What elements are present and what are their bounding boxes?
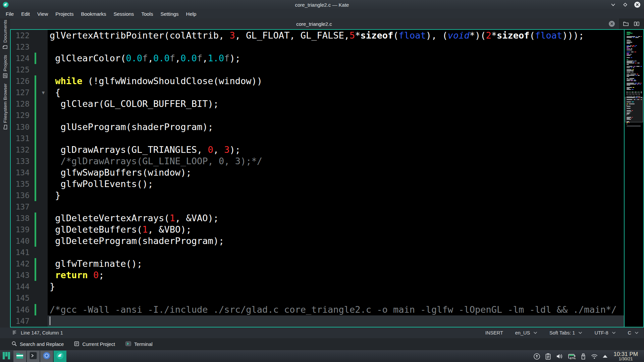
menu-item-view[interactable]: View xyxy=(34,9,52,18)
code-line[interactable]: 128 glClear(GL_COLOR_BUFFER_BIT); xyxy=(11,98,624,110)
code-line[interactable]: 127▾ { xyxy=(11,87,624,98)
code-text[interactable] xyxy=(48,133,624,144)
wifi-icon[interactable] xyxy=(591,353,598,359)
code-text[interactable] xyxy=(48,64,624,75)
code-line[interactable]: 136 } xyxy=(11,190,624,201)
expand-tray-icon[interactable] xyxy=(603,355,607,358)
status-insert[interactable]: INSERT xyxy=(485,330,503,336)
code-line[interactable]: 140 glDeleteProgram(shaderProgram); xyxy=(11,235,624,247)
taskbar-app-manjaro-menu[interactable] xyxy=(0,351,13,362)
split-view-icon[interactable] xyxy=(633,20,641,28)
fold-marker[interactable]: ▾ xyxy=(39,87,48,98)
code-line[interactable]: 143 return 0; xyxy=(11,269,624,281)
code-line[interactable]: 139 glDeleteBuffers(1, &VBO); xyxy=(11,224,624,235)
menu-item-edit[interactable]: Edit xyxy=(17,9,34,18)
menu-item-sessions[interactable]: Sessions xyxy=(110,9,138,18)
code-line[interactable]: 144} xyxy=(11,281,624,292)
code-text[interactable]: } xyxy=(48,190,624,201)
code-line[interactable]: 145 xyxy=(11,292,624,304)
code-line[interactable]: 123 xyxy=(11,41,624,53)
tab-close-icon[interactable]: ✕ xyxy=(609,21,615,27)
sidebar-item-documents[interactable]: Documents xyxy=(3,20,8,50)
code-line[interactable]: 135 glfwPollEvents(); xyxy=(11,178,624,190)
toolbar-search-and-replace[interactable]: Search and Replace xyxy=(11,341,64,348)
code-line[interactable]: 122glVertexAttribPointer(colAttrib, 3, G… xyxy=(11,30,624,41)
code-text[interactable]: glDrawArrays(GL_TRIANGLES, 0, 3); xyxy=(48,144,624,156)
usb-icon[interactable] xyxy=(581,353,586,360)
code-text[interactable]: /*gcc -Wall -ansi -I./include ./src/glad… xyxy=(48,304,624,315)
sidebar-item-filesystem-browser[interactable]: Filesystem Browser xyxy=(3,83,8,129)
volume-icon[interactable] xyxy=(556,353,563,360)
maximize-icon[interactable] xyxy=(622,1,629,8)
code-text[interactable]: glDeleteBuffers(1, &VBO); xyxy=(48,224,624,235)
code-line[interactable]: 134 glfwSwapBuffers(window); xyxy=(11,167,624,178)
status-en_us[interactable]: en_US xyxy=(515,330,537,336)
toolbar-current-project[interactable]: Current Project xyxy=(74,341,115,348)
code-text[interactable]: glDeleteProgram(shaderProgram); xyxy=(48,235,624,247)
code-line[interactable]: 138 glDeleteVertexArrays(1, &VAO); xyxy=(11,213,624,224)
code-line[interactable]: 137 xyxy=(11,201,624,213)
code-text[interactable] xyxy=(48,315,624,327)
code-area[interactable]: 122glVertexAttribPointer(colAttrib, 3, G… xyxy=(11,30,624,327)
minimap-segment xyxy=(627,50,632,50)
menu-item-projects[interactable]: Projects xyxy=(52,9,77,18)
code-line[interactable]: 141 xyxy=(11,247,624,258)
clock-date: 1/30/21 xyxy=(619,357,633,361)
clock[interactable]: 10:31 PM 1/30/21 xyxy=(612,351,641,362)
code-text[interactable]: glClearColor(0.0f,0.0f,0.0f,1.0f); xyxy=(48,53,624,64)
code-text[interactable] xyxy=(48,292,624,304)
code-text[interactable]: /*glDrawArrays(GL_LINE_LOOP, 0, 3);*/ xyxy=(48,156,624,167)
minimap-scrollbar[interactable] xyxy=(624,30,643,327)
code-text[interactable]: glUseProgram(shaderProgram); xyxy=(48,121,624,133)
code-text[interactable] xyxy=(48,110,624,121)
code-text[interactable]: { xyxy=(48,87,624,98)
code-text[interactable]: glfwPollEvents(); xyxy=(48,178,624,190)
code-text[interactable]: return 0; xyxy=(48,269,624,281)
taskbar-app-chromium[interactable] xyxy=(40,351,53,362)
editor-view[interactable]: 122glVertexAttribPointer(colAttrib, 3, G… xyxy=(10,29,644,327)
code-text[interactable]: glfwSwapBuffers(window); xyxy=(48,167,624,178)
taskbar-app-terminal[interactable] xyxy=(27,351,40,362)
menu-item-help[interactable]: Help xyxy=(182,9,200,18)
code-text[interactable] xyxy=(48,247,624,258)
menu-item-tools[interactable]: Tools xyxy=(138,9,157,18)
cursor-position[interactable]: Line 147, Column 1 xyxy=(21,330,63,336)
code-text[interactable]: } xyxy=(48,281,624,292)
code-line[interactable]: 142 glfwTerminate(); xyxy=(11,258,624,269)
status-c[interactable]: C xyxy=(628,330,639,336)
clipboard-icon[interactable] xyxy=(545,353,551,360)
code-text[interactable]: glDeleteVertexArrays(1, &VAO); xyxy=(48,213,624,224)
code-text[interactable] xyxy=(48,41,624,53)
close-icon[interactable] xyxy=(634,1,641,8)
status-soft-tabs-1[interactable]: Soft Tabs: 1 xyxy=(549,330,582,336)
menu-item-file[interactable]: File xyxy=(2,9,17,18)
menu-item-settings[interactable]: Settings xyxy=(157,9,182,18)
toolbar-terminal[interactable]: Terminal xyxy=(125,341,153,348)
code-line[interactable]: 124 glClearColor(0.0f,0.0f,0.0f,1.0f); xyxy=(11,53,624,64)
open-document-icon[interactable] xyxy=(622,20,630,28)
code-line[interactable]: 147 xyxy=(11,315,624,327)
code-line[interactable]: 146/*gcc -Wall -ansi -I./include ./src/g… xyxy=(11,304,624,315)
updates-icon[interactable] xyxy=(533,353,540,360)
code-text[interactable]: glClear(GL_COLOR_BUFFER_BIT); xyxy=(48,98,624,110)
battery-icon[interactable]: 87% xyxy=(568,353,576,360)
code-line[interactable]: 125 xyxy=(11,64,624,75)
code-line[interactable]: 131 xyxy=(11,133,624,144)
code-line[interactable]: 133 /*glDrawArrays(GL_LINE_LOOP, 0, 3);*… xyxy=(11,156,624,167)
taskbar-app-file-manager[interactable] xyxy=(13,351,26,362)
code-line[interactable]: 132 glDrawArrays(GL_TRIANGLES, 0, 3); xyxy=(11,144,624,156)
code-line[interactable]: 126 while (!glfwWindowShouldClose(window… xyxy=(11,75,624,87)
code-line[interactable]: 130 glUseProgram(shaderProgram); xyxy=(11,121,624,133)
minimize-icon[interactable] xyxy=(610,1,616,8)
minimap-viewport[interactable] xyxy=(625,97,643,122)
code-text[interactable]: glVertexAttribPointer(colAttrib, 3, GL_F… xyxy=(48,30,624,41)
tab-core-triangle2[interactable]: core_triangle2.c ✕ xyxy=(10,18,618,29)
code-text[interactable]: while (!glfwWindowShouldClose(window)) xyxy=(48,75,624,87)
status-utf-8[interactable]: UTF-8 xyxy=(594,330,615,336)
sidebar-item-projects[interactable]: Projects xyxy=(3,55,8,78)
code-line[interactable]: 129 xyxy=(11,110,624,121)
code-text[interactable] xyxy=(48,201,624,213)
code-text[interactable]: glfwTerminate(); xyxy=(48,258,624,269)
menu-item-bookmarks[interactable]: Bookmarks xyxy=(77,9,110,18)
taskbar-app-kate[interactable] xyxy=(54,351,66,362)
